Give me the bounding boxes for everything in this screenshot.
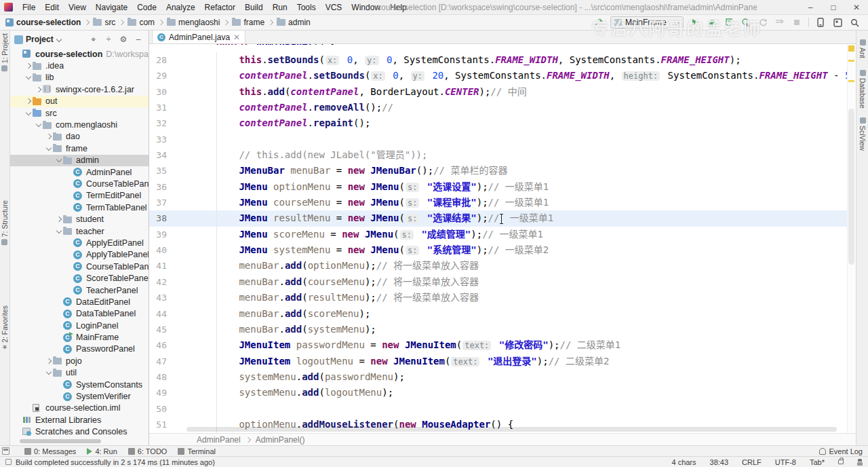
stop-button[interactable] xyxy=(791,17,802,28)
project-tree-hscrollbar[interactable] xyxy=(20,439,101,443)
caret-position[interactable]: 38:43 xyxy=(710,458,729,466)
toolwindow-button-terminal[interactable]: Terminal xyxy=(178,447,216,455)
chevron-right-icon[interactable] xyxy=(55,215,63,223)
tree-item-applytablepanel[interactable]: ApplyTablePanel xyxy=(10,249,149,261)
menu-navigate[interactable]: Navigate xyxy=(91,0,132,15)
toolwindow-tab-structure[interactable]: 7: Structure xyxy=(1,200,9,245)
toolwindow-button-4-run[interactable]: 4: Run xyxy=(87,447,117,455)
line-number[interactable]: 49 xyxy=(149,385,167,400)
line-number[interactable]: 41 xyxy=(149,258,167,274)
code-line-29[interactable]: 29 contentPanel.setBounds(x: 0, y: 20, S… xyxy=(149,68,847,83)
tree-item-applyeditpanel[interactable]: ApplyEditPanel xyxy=(10,237,149,248)
tab-adminpanel-java[interactable]: AdminPanel.java ✕ xyxy=(152,31,245,43)
menu-refactor[interactable]: Refactor xyxy=(200,0,240,15)
tree-item-termtablepanel[interactable]: TermTablePanel xyxy=(10,202,149,213)
code-line-partial[interactable]: public AdminPanel() { xyxy=(149,44,847,52)
code-line-36[interactable]: 36 JMenu optionMenu = new JMenu(s: "选课设置… xyxy=(149,179,847,195)
commit-device-icon[interactable] xyxy=(815,17,826,28)
warning-mark[interactable] xyxy=(848,60,854,62)
code-editor[interactable]: public AdminPanel() {28 this.setBounds(x… xyxy=(149,44,847,433)
debug-button[interactable] xyxy=(707,17,717,28)
line-number[interactable]: 33 xyxy=(149,132,167,147)
chevron-down-icon[interactable] xyxy=(24,73,33,81)
tree-item-teacherpanel[interactable]: TeacherPanel xyxy=(10,284,149,296)
chevron-down-icon[interactable] xyxy=(45,145,53,153)
code-line-48[interactable]: 48 systemMenu.add(passwordMenu); xyxy=(149,369,847,385)
tree-item-course-selection[interactable]: course-selectionD:\workspace\sw xyxy=(10,48,149,60)
code-line-33[interactable]: 33 xyxy=(149,132,847,147)
toolwindow-button-6-todo[interactable]: 6: TODO xyxy=(128,447,167,455)
selection-info[interactable]: 4 chars xyxy=(671,458,696,466)
run-button[interactable] xyxy=(690,17,701,28)
locate-file-icon[interactable]: ⌖ xyxy=(87,35,100,44)
menu-tools[interactable]: Tools xyxy=(292,0,321,15)
code-line-46[interactable]: 46 JMenuItem passwordMenu = new JMenuIte… xyxy=(149,337,847,353)
tree-item-dao[interactable]: dao xyxy=(10,131,149,143)
chevron-right-icon[interactable] xyxy=(45,357,53,365)
line-number[interactable]: 37 xyxy=(149,195,167,210)
toolwindow-tab-project[interactable]: 1: Project xyxy=(1,33,9,71)
maximize-button[interactable]: □ xyxy=(822,0,845,15)
code-line-49[interactable]: 49 systemMenu.add(logoutMenu); xyxy=(149,385,847,400)
line-number[interactable]: 36 xyxy=(149,179,167,195)
menu-view[interactable]: View xyxy=(64,0,91,15)
tree-item-course-selection-iml[interactable]: course-selection.iml xyxy=(10,403,149,414)
crumb-com[interactable]: com xyxy=(126,18,156,27)
toolwindow-tab-sciview[interactable]: SciView xyxy=(859,117,867,151)
line-number[interactable]: 40 xyxy=(149,242,167,258)
chevron-spacer[interactable] xyxy=(14,50,22,58)
breadcrumb-method[interactable]: AdminPanel() xyxy=(256,435,305,445)
line-number[interactable]: 34 xyxy=(149,147,167,163)
minimize-button[interactable]: – xyxy=(799,0,822,15)
code-line-38[interactable]: 38 JMenu resultMenu = new JMenu(s: "选课结果… xyxy=(149,210,847,226)
tree-item-frame[interactable]: frame xyxy=(10,143,149,154)
line-number[interactable]: 45 xyxy=(149,322,167,337)
step-button[interactable] xyxy=(774,17,785,28)
code-line-47[interactable]: 47 JMenuItem logoutMenu = new JMenuItem(… xyxy=(149,354,847,369)
search-everywhere-icon[interactable] xyxy=(849,17,860,28)
tree-item-src[interactable]: src xyxy=(10,107,149,119)
menu-run[interactable]: Run xyxy=(268,0,292,15)
crumb-admin[interactable]: admin xyxy=(275,18,312,27)
code-line-40[interactable]: 40 JMenu systemMenu = new JMenu(s: "系统管理… xyxy=(149,242,847,258)
chevron-right-icon[interactable] xyxy=(35,86,43,94)
tree-item-coursetablepanel[interactable]: CourseTablePanel xyxy=(10,261,149,272)
build-hammer-icon[interactable] xyxy=(593,17,604,28)
tree-item-external-libraries[interactable]: External Libraries xyxy=(10,414,149,426)
collapse-all-icon[interactable]: ÷ xyxy=(102,35,115,44)
lock-icon[interactable] xyxy=(838,460,844,464)
tree-item-swingx-core-1-6-2-jar[interactable]: swingx-core-1.6.2.jar xyxy=(10,83,149,95)
close-button[interactable]: ✕ xyxy=(845,0,868,15)
tree-item-termeditpanel[interactable]: TermEditPanel xyxy=(10,190,149,202)
menu-edit[interactable]: Edit xyxy=(40,0,64,15)
tree-item-passwordpanel[interactable]: PasswordPanel xyxy=(10,343,149,355)
tree-item-mainframe[interactable]: MainFrame xyxy=(10,331,149,343)
event-log-button[interactable]: Event Log xyxy=(819,447,863,455)
line-number[interactable]: 50 xyxy=(149,401,167,417)
line-number[interactable]: 43 xyxy=(149,290,167,305)
crumb-src[interactable]: src xyxy=(92,18,117,27)
code-line-35[interactable]: 35 JMenuBar menuBar = new JMenuBar();// … xyxy=(149,163,847,179)
line-number[interactable]: 48 xyxy=(149,369,167,385)
code-line-34[interactable]: 34 // this.add(new JLabel("管理员")); xyxy=(149,147,847,163)
tree-item-teacher[interactable]: teacher xyxy=(10,225,149,237)
chevron-down-icon[interactable] xyxy=(55,227,63,236)
tree-item-pojo[interactable]: pojo xyxy=(10,355,149,367)
tree-item-lib[interactable]: lib xyxy=(10,72,149,83)
tree-item-out[interactable]: out xyxy=(10,96,149,107)
line-number[interactable] xyxy=(149,44,167,52)
tree-item-loginpanel[interactable]: LoginPanel xyxy=(10,320,149,331)
editor-hscrollbar[interactable] xyxy=(186,427,837,432)
chevron-down-icon[interactable] xyxy=(24,109,33,117)
tree-item-com-menglaoshi[interactable]: com.menglaoshi xyxy=(10,119,149,130)
line-endings[interactable]: CRLF xyxy=(742,458,762,466)
indent-style[interactable]: Tab* xyxy=(810,458,825,466)
run-with-coverage-button[interactable] xyxy=(724,17,734,28)
line-number[interactable]: 29 xyxy=(149,68,167,83)
code-line-42[interactable]: 42 menuBar.add(courseMenu);// 将一级菜单放入容器 xyxy=(149,274,847,290)
menu-file[interactable]: File xyxy=(18,0,40,15)
warning-mark[interactable] xyxy=(848,80,854,82)
breadcrumb-class[interactable]: AdminPanel xyxy=(197,435,241,445)
code-line-50[interactable]: 50 xyxy=(149,401,847,417)
line-number[interactable]: 42 xyxy=(149,274,167,290)
